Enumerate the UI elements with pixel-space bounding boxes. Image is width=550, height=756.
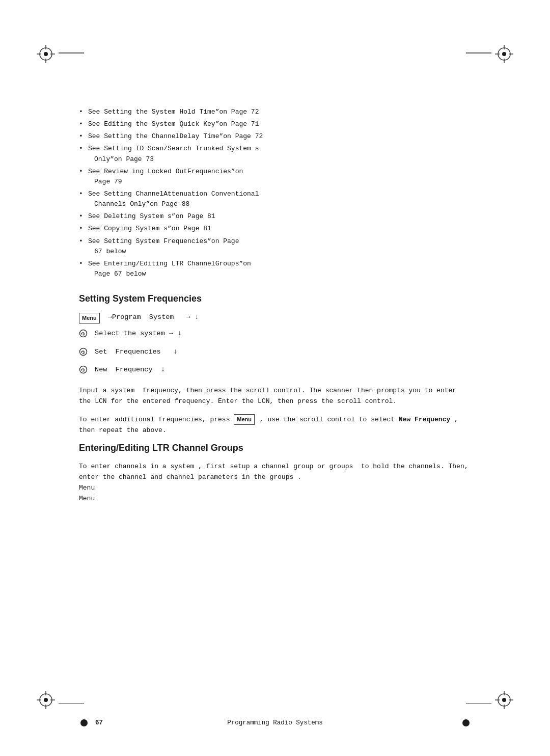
section-entering-editing: Entering/Editing LTR Channel Groups To e…: [79, 443, 471, 504]
step-3-text: Set Frequencies ↓: [91, 347, 177, 357]
step-1-text: →Program System → ↓: [104, 312, 199, 322]
footer-dot-right: [461, 718, 471, 728]
section-heading-freq: Setting System Frequencies: [79, 293, 471, 304]
page: See Setting the System Hold Time”on Page…: [0, 0, 550, 756]
footer-dot-left: [79, 718, 89, 728]
svg-point-26: [80, 366, 87, 373]
freq-para-2: To enter additional frequencies, press M…: [79, 414, 471, 436]
svg-point-19: [502, 698, 506, 702]
step-4: New Frequency ↓: [79, 365, 471, 377]
footer-title: Programming Radio Systems: [227, 719, 323, 726]
page-footer: 67 Programming Radio Systems: [79, 718, 471, 728]
new-frequency-bold: New Frequency: [395, 416, 450, 423]
step-4-text: New Frequency ↓: [91, 365, 165, 375]
list-item: See Copying System s”on Page 81: [79, 224, 471, 234]
list-item: See Deleting System s”on Page 81: [79, 211, 471, 222]
list-item: See Review ing Locked OutFrequencies”on …: [79, 167, 471, 187]
list-item: See Setting ID Scan/Search Trunked Syste…: [79, 144, 471, 164]
bottom-line-left: [59, 703, 84, 704]
reg-mark-tr: [495, 45, 513, 65]
svg-point-1: [44, 52, 48, 56]
list-item: See Setting ChannelAttenuation Conventio…: [79, 189, 471, 209]
top-line-left: [59, 52, 84, 53]
reg-mark-br: [495, 691, 513, 711]
ltr-para-1: To enter channels in a system , first se…: [79, 462, 471, 504]
menu-inline-box: Menu: [234, 414, 255, 425]
scroll-icon-2: [79, 347, 88, 360]
menu-box-icon: Menu: [79, 313, 101, 323]
svg-point-27: [80, 719, 88, 726]
step-2: Select the system → ↓: [79, 329, 471, 341]
bottom-line-right: [466, 703, 491, 704]
step-3: Set Frequencies ↓: [79, 347, 471, 360]
svg-point-25: [80, 348, 87, 355]
svg-point-24: [80, 330, 87, 337]
section-setting-freq: Setting System Frequencies Menu →Program…: [79, 293, 471, 436]
list-item: See Editing the System Quick Key”on Page…: [79, 119, 471, 129]
freq-para-1: Input a system frequency, then press the…: [79, 386, 471, 407]
list-item: See Entering/Editing LTR ChannelGroups”o…: [79, 259, 471, 279]
reg-mark-bl: [37, 691, 55, 711]
section-heading-ltr: Entering/Editing LTR Channel Groups: [79, 443, 471, 453]
svg-point-7: [502, 52, 506, 56]
content-area: See Setting the System Hold Time”on Page…: [79, 107, 471, 695]
list-item: See Setting the System Hold Time”on Page…: [79, 107, 471, 117]
svg-point-13: [44, 698, 48, 702]
svg-point-28: [462, 719, 470, 726]
top-line-right: [466, 52, 491, 53]
page-number: 67: [95, 719, 103, 726]
nav-steps: Menu →Program System → ↓ Select the syst…: [79, 312, 471, 377]
scroll-icon-3: [79, 365, 88, 377]
list-item: See Setting System Frequencies”on Page 6…: [79, 236, 471, 257]
list-item: See Setting the ChannelDelay Time”on Pag…: [79, 131, 471, 142]
reg-mark-tl: [37, 45, 55, 65]
menu-label: Menu: [79, 313, 100, 323]
step-2-text: Select the system → ↓: [91, 329, 181, 339]
scroll-icon-1: [79, 329, 88, 341]
step-1: Menu →Program System → ↓: [79, 312, 471, 323]
bullet-list: See Setting the System Hold Time”on Page…: [79, 107, 471, 279]
